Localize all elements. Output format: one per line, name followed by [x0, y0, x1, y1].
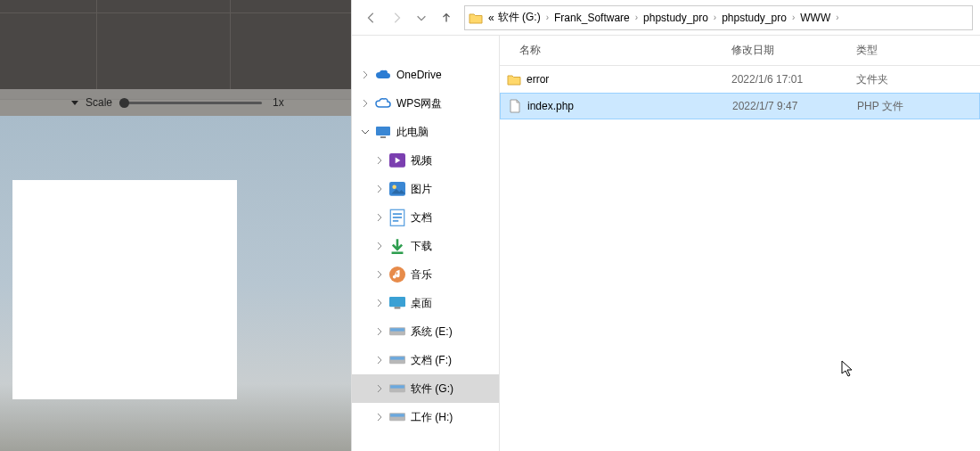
downloads-icon	[389, 238, 405, 254]
tree-label: 工作 (H:)	[411, 410, 453, 425]
chevron-right-icon[interactable]	[375, 384, 384, 393]
svg-rect-0	[376, 127, 390, 135]
tree-item-onedrive[interactable]: OneDrive	[352, 61, 499, 89]
scale-label: Scale	[86, 96, 112, 109]
tree-label: 此电脑	[396, 125, 429, 140]
svg-rect-1	[380, 136, 386, 138]
tree-label: 音乐	[411, 267, 432, 283]
file-row[interactable]: error 2022/1/6 17:01 文件夹	[500, 66, 980, 93]
svg-rect-12	[395, 308, 401, 309]
scale-slider[interactable]	[119, 102, 262, 104]
file-date: 2022/1/6 17:01	[731, 73, 856, 86]
svg-rect-9	[392, 251, 404, 254]
svg-rect-18	[390, 386, 404, 389]
drive-icon	[389, 352, 405, 368]
nav-tree[interactable]: OneDrive WPS网盘 此电脑 视频 图片	[352, 36, 500, 451]
breadcrumb-item[interactable]: phpstudy_pro	[641, 12, 710, 24]
nav-bar: « 软件 (G:) › Frank_Software › phpstudy_pr…	[352, 0, 980, 36]
chevron-right-icon: ›	[546, 12, 549, 22]
tree-item-desktop[interactable]: 桌面	[352, 289, 499, 317]
unity-editor-panel: Scale 1x	[0, 0, 351, 451]
tree-item-drive-e[interactable]: 系统 (E:)	[352, 317, 499, 346]
chevron-right-icon[interactable]	[375, 299, 384, 308]
tree-label: 软件 (G:)	[411, 381, 453, 397]
nav-forward-button[interactable]	[384, 5, 409, 30]
game-view	[0, 116, 351, 451]
file-name: index.php	[527, 100, 574, 112]
dropdown-icon[interactable]	[71, 101, 78, 105]
drive-icon	[389, 324, 405, 340]
file-icon	[508, 99, 522, 113]
drive-icon	[389, 381, 405, 397]
folder-icon	[469, 12, 483, 24]
game-view-content	[12, 180, 237, 399]
svg-rect-14	[390, 329, 404, 332]
file-name: error	[527, 73, 549, 86]
file-type: PHP 文件	[857, 99, 946, 114]
chevron-right-icon[interactable]	[375, 413, 384, 422]
chevron-right-icon[interactable]	[375, 156, 384, 165]
chevron-right-icon[interactable]	[361, 70, 370, 79]
breadcrumb-item[interactable]: phpstudy_pro	[720, 12, 788, 24]
svg-point-4	[392, 185, 396, 190]
chevron-down-icon[interactable]	[361, 127, 370, 136]
breadcrumb-prefix: «	[486, 12, 496, 24]
tree-label: 系统 (E:)	[411, 324, 453, 340]
documents-icon	[389, 209, 405, 226]
chevron-right-icon[interactable]	[375, 270, 384, 279]
breadcrumb-item[interactable]: 软件 (G:)	[496, 10, 543, 25]
music-icon	[389, 266, 405, 283]
tree-label: 图片	[411, 182, 432, 197]
scale-bar: Scale 1x	[0, 89, 351, 116]
chevron-right-icon: ›	[635, 12, 638, 22]
chevron-right-icon[interactable]	[375, 242, 384, 250]
svg-rect-20	[390, 414, 404, 417]
unity-toolbar-area	[0, 0, 351, 100]
chevron-right-icon[interactable]	[375, 184, 384, 193]
column-name[interactable]: 名称	[500, 43, 731, 58]
chevron-right-icon[interactable]	[375, 213, 384, 222]
tree-item-videos[interactable]: 视频	[352, 146, 499, 175]
chevron-right-icon: ›	[714, 12, 716, 22]
slider-thumb[interactable]	[119, 98, 129, 108]
chevron-right-icon[interactable]	[375, 327, 384, 336]
tree-label: 文档 (F:)	[411, 353, 452, 368]
nav-back-button[interactable]	[359, 5, 384, 30]
file-list[interactable]: 名称 修改日期 类型 error 2022/1/6 17:01 文件夹 inde…	[500, 36, 980, 451]
tree-item-drive-f[interactable]: 文档 (F:)	[352, 346, 499, 374]
tree-item-thispc[interactable]: 此电脑	[352, 118, 499, 146]
chevron-right-icon: ›	[792, 12, 795, 22]
breadcrumb-item[interactable]: Frank_Software	[552, 12, 632, 24]
video-icon	[389, 152, 405, 168]
tree-item-documents[interactable]: 文档	[352, 203, 499, 232]
nav-up-button[interactable]	[434, 5, 459, 30]
file-row[interactable]: index.php 2022/1/7 9:47 PHP 文件	[500, 93, 980, 119]
file-list-header[interactable]: 名称 修改日期 类型	[500, 36, 980, 66]
tree-item-drive-h[interactable]: 工作 (H:)	[352, 403, 499, 431]
svg-rect-16	[390, 357, 404, 360]
column-type[interactable]: 类型	[856, 43, 945, 58]
tree-item-downloads[interactable]: 下载	[352, 232, 499, 260]
tree-item-drive-g[interactable]: 软件 (G:)	[352, 374, 499, 403]
file-type: 文件夹	[856, 72, 945, 87]
svg-rect-6	[393, 213, 402, 215]
tree-item-music[interactable]: 音乐	[352, 260, 499, 289]
tree-item-wps[interactable]: WPS网盘	[352, 89, 499, 118]
file-date: 2022/1/7 9:47	[732, 100, 857, 112]
chevron-right-icon[interactable]	[361, 99, 370, 108]
column-date[interactable]: 修改日期	[731, 43, 856, 58]
scale-value: 1x	[273, 96, 284, 109]
tree-label: 下载	[411, 239, 432, 254]
breadcrumb[interactable]: « 软件 (G:) › Frank_Software › phpstudy_pr…	[464, 5, 973, 30]
chevron-right-icon: ›	[836, 12, 838, 22]
chevron-right-icon[interactable]	[375, 356, 384, 365]
cloud-icon	[375, 95, 391, 111]
svg-rect-7	[393, 217, 402, 218]
folder-icon	[507, 72, 521, 86]
tree-label: WPS网盘	[396, 96, 442, 111]
breadcrumb-item[interactable]: WWW	[798, 12, 832, 24]
tree-label: OneDrive	[396, 69, 442, 81]
nav-recent-button[interactable]	[409, 5, 434, 30]
svg-rect-11	[389, 297, 405, 307]
tree-item-pictures[interactable]: 图片	[352, 175, 499, 203]
